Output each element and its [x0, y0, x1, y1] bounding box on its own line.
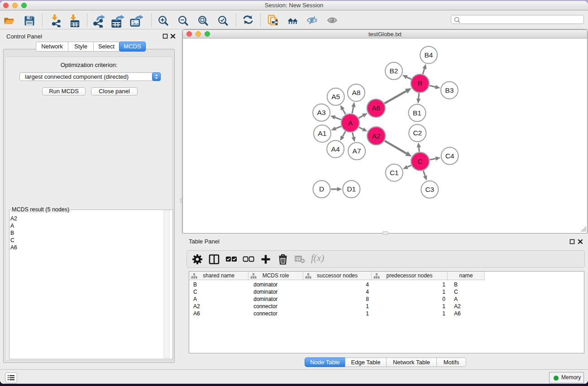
svg-text:B4: B4: [425, 51, 433, 59]
svg-text:C4: C4: [445, 152, 454, 160]
svg-text:B2: B2: [390, 67, 398, 75]
svg-text:A8: A8: [352, 89, 360, 96]
svg-text:D1: D1: [347, 185, 356, 193]
svg-text:D: D: [319, 185, 324, 193]
svg-text:A4: A4: [331, 145, 340, 153]
svg-text:B3: B3: [445, 86, 454, 94]
svg-text:A: A: [348, 119, 353, 127]
svg-text:A5: A5: [331, 93, 340, 100]
svg-text:C2: C2: [413, 129, 422, 137]
svg-text:A2: A2: [372, 132, 381, 140]
svg-text:C1: C1: [390, 169, 399, 176]
svg-text:B1: B1: [413, 109, 421, 117]
svg-text:B: B: [418, 79, 422, 87]
svg-text:C3: C3: [425, 186, 434, 193]
svg-text:C: C: [418, 157, 423, 165]
svg-text:A3: A3: [317, 109, 326, 116]
svg-text:A7: A7: [353, 147, 361, 155]
svg-text:A1: A1: [318, 129, 326, 137]
svg-text:A6: A6: [372, 104, 380, 112]
